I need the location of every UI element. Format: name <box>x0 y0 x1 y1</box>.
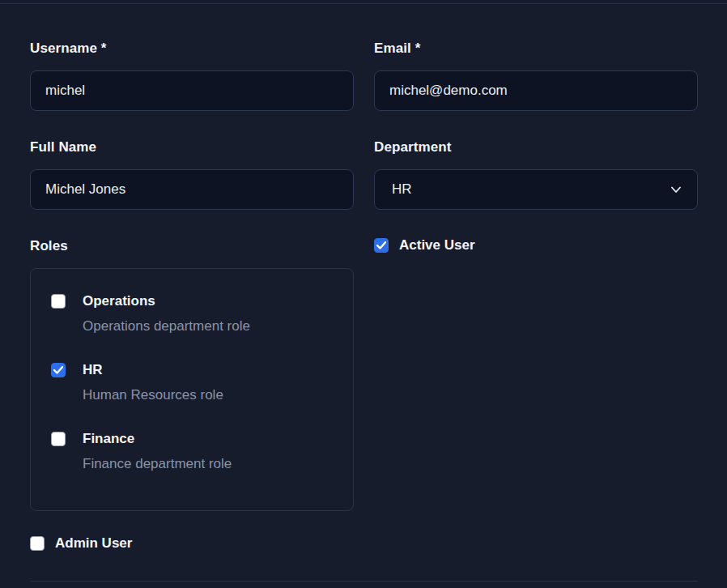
role-name: HR <box>83 361 223 378</box>
role-description: Finance department role <box>83 455 232 472</box>
full-name-input[interactable] <box>30 169 354 210</box>
active-user-label: Active User <box>399 237 475 254</box>
hr-checkbox[interactable] <box>51 363 66 377</box>
role-item-hr: HR Human Resources role <box>51 361 333 403</box>
active-user-checkbox[interactable] <box>374 238 389 253</box>
role-description: Operations department role <box>83 317 250 334</box>
role-item-operations: Operations Operations department role <box>51 292 333 334</box>
department-label: Department <box>374 138 698 156</box>
role-name: Operations <box>83 292 250 309</box>
username-field-group: Username * <box>30 40 354 111</box>
email-input[interactable] <box>374 70 698 111</box>
role-description: Human Resources role <box>83 386 223 403</box>
admin-user-row: Admin User <box>30 535 698 552</box>
finance-checkbox[interactable] <box>51 432 66 446</box>
role-item-finance: Finance Finance department role <box>51 430 333 472</box>
active-user-row: Active User <box>374 237 698 254</box>
bottom-divider <box>30 581 698 582</box>
full-name-field-group: Full Name <box>30 138 354 210</box>
email-label: Email * <box>374 40 698 57</box>
department-select[interactable]: HR <box>374 169 698 210</box>
username-label: Username * <box>30 40 354 57</box>
check-icon <box>53 366 63 374</box>
roles-box: Operations Operations department role HR… <box>30 268 354 511</box>
admin-user-label: Admin User <box>55 535 132 552</box>
role-name: Finance <box>83 430 232 447</box>
user-form: Username * Email * Full Name Department … <box>30 4 698 552</box>
department-field-group: Department HR <box>374 138 698 210</box>
roles-field-group: Roles Operations Operations department r… <box>30 237 354 511</box>
username-input[interactable] <box>30 70 354 111</box>
admin-user-checkbox[interactable] <box>30 536 45 551</box>
check-icon <box>376 241 386 249</box>
email-field-group: Email * <box>374 40 698 111</box>
department-selected-value: HR <box>392 181 412 198</box>
roles-label: Roles <box>30 237 354 254</box>
operations-checkbox[interactable] <box>51 294 66 309</box>
chevron-down-icon <box>668 181 684 198</box>
full-name-label: Full Name <box>30 138 354 156</box>
